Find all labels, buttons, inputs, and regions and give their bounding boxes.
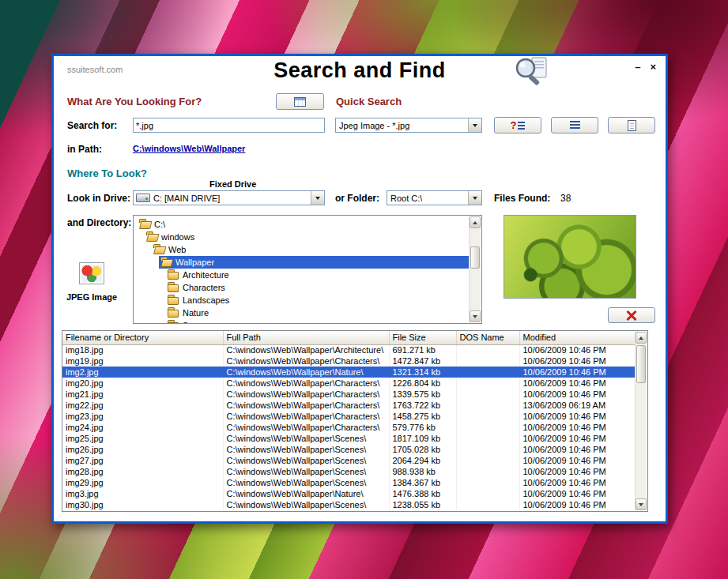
column-header[interactable]: DOS Name: [456, 331, 519, 344]
scroll-up-button[interactable]: [470, 216, 481, 228]
result-cell: 1705.028 kb: [389, 444, 456, 455]
tree-item[interactable]: Samsung: [134, 319, 469, 323]
scroll-down-button[interactable]: [470, 310, 481, 322]
result-cell: [456, 455, 519, 466]
result-cell: 1817.109 kb: [389, 433, 456, 444]
result-cell: 10/06/2009 10:46 PM: [519, 455, 637, 466]
red-x-icon: [625, 310, 638, 321]
tree-item-label: Wallpaper: [175, 258, 214, 267]
column-header[interactable]: File Size: [389, 331, 456, 344]
picture-art-icon: [81, 265, 102, 282]
result-cell: 2064.294 kb: [389, 455, 456, 466]
result-cell: img20.jpg: [62, 378, 223, 389]
result-cell: img22.jpg: [62, 400, 223, 411]
result-cell: 691.271 kb: [389, 344, 456, 355]
result-cell: C:\windows\Web\Wallpaper\Scenes\: [223, 466, 389, 477]
result-row[interactable]: img30.jpgC:\windows\Web\Wallpaper\Scenes…: [62, 499, 637, 510]
in-path-label: in Path:: [67, 144, 102, 155]
tree-item[interactable]: Nature: [134, 306, 469, 319]
open-folder-icon: [160, 259, 172, 267]
result-row[interactable]: img22.jpgC:\windows\Web\Wallpaper\Charac…: [62, 400, 637, 411]
column-header[interactable]: Filename or Directory: [62, 331, 223, 344]
report-icon: [294, 97, 306, 107]
tree-item[interactable]: Characters: [134, 281, 469, 294]
tree-item[interactable]: Web: [134, 243, 469, 256]
folder-select[interactable]: Root C:\: [387, 190, 482, 205]
result-row[interactable]: img18.jpgC:\windows\Web\Wallpaper\Archit…: [62, 344, 637, 355]
scroll-down-button[interactable]: [636, 498, 647, 510]
tree-item[interactable]: Landscapes: [134, 294, 469, 306]
result-row[interactable]: img25.jpgC:\windows\Web\Wallpaper\Scenes…: [62, 433, 637, 444]
dropdown-arrow-icon[interactable]: [311, 191, 324, 205]
result-cell: img26.jpg: [62, 444, 223, 455]
search-for-input[interactable]: [133, 118, 325, 133]
search-and-find-window: ssuitesoft.com Search and Find – × What …: [51, 54, 668, 524]
result-cell: 10/06/2009 10:46 PM: [519, 477, 637, 488]
result-row[interactable]: img2.jpgC:\windows\Web\Wallpaper\Nature\…: [62, 367, 637, 378]
result-row[interactable]: img24.jpgC:\windows\Web\Wallpaper\Charac…: [62, 422, 637, 433]
tree-scrollbar-thumb[interactable]: [470, 246, 480, 269]
document-icon: [628, 120, 636, 131]
tree-scrollbar[interactable]: [469, 216, 481, 322]
and-directory-label: and Directory:: [67, 217, 131, 228]
list-results-button[interactable]: [551, 117, 598, 133]
result-cell: 10/06/2009 10:46 PM: [519, 411, 637, 422]
tree-item[interactable]: Wallpaper: [134, 256, 469, 269]
result-row[interactable]: img26.jpgC:\windows\Web\Wallpaper\Scenes…: [62, 444, 637, 455]
close-button[interactable]: ×: [650, 62, 656, 72]
result-row[interactable]: img19.jpgC:\windows\Web\Wallpaper\Charac…: [62, 355, 637, 367]
quick-search-select[interactable]: Jpeg Image - *.jpg: [335, 118, 482, 133]
tree-item-label: Web: [168, 245, 186, 254]
in-path-link[interactable]: C:\windows\Web\Wallpaper: [133, 144, 245, 153]
start-search-button[interactable]: ?: [494, 117, 541, 133]
open-folder-icon: [153, 246, 164, 254]
result-cell: img19.jpg: [62, 355, 223, 367]
window-controls: – ×: [635, 62, 656, 72]
new-document-button[interactable]: [608, 117, 655, 133]
result-cell: 10/06/2009 10:46 PM: [519, 444, 637, 455]
result-cell: [456, 355, 519, 367]
result-row[interactable]: img3.jpgC:\windows\Web\Wallpaper\Nature\…: [62, 488, 637, 499]
result-row[interactable]: img21.jpgC:\windows\Web\Wallpaper\Charac…: [62, 389, 637, 400]
result-row[interactable]: img28.jpgC:\windows\Web\Wallpaper\Scenes…: [62, 466, 637, 477]
desktop-wallpaper: ssuitesoft.com Search and Find – × What …: [0, 0, 728, 579]
result-row[interactable]: img23.jpgC:\windows\Web\Wallpaper\Charac…: [62, 411, 637, 422]
image-preview: [504, 215, 636, 299]
result-cell: 10/06/2009 10:46 PM: [519, 355, 637, 367]
tree-item-label: C:\: [154, 220, 165, 229]
file-type-label: JPEG Image: [63, 292, 120, 302]
result-cell: C:\windows\Web\Wallpaper\Scenes\: [223, 444, 389, 455]
result-cell: C:\windows\Web\Wallpaper\Characters\: [223, 422, 389, 433]
result-cell: 1238.055 kb: [389, 499, 456, 510]
results-scrollbar-thumb[interactable]: [636, 345, 646, 383]
result-cell: img28.jpg: [62, 466, 223, 477]
result-cell: 1458.275 kb: [389, 411, 456, 422]
result-cell: C:\windows\Web\Wallpaper\Characters\: [223, 378, 389, 389]
minimize-button[interactable]: –: [635, 62, 640, 72]
report-button[interactable]: [276, 93, 324, 110]
result-cell: [456, 344, 519, 355]
look-in-drive-label: Look in Drive:: [67, 193, 130, 204]
column-header[interactable]: Full Path: [223, 331, 389, 344]
tree-item[interactable]: C:\: [134, 218, 469, 231]
result-cell: [456, 444, 519, 455]
column-header[interactable]: Modified: [519, 331, 637, 344]
where-to-look-heading: Where To Look?: [67, 167, 147, 179]
result-row[interactable]: img29.jpgC:\windows\Web\Wallpaper\Scenes…: [62, 477, 637, 488]
scroll-up-button[interactable]: [636, 332, 647, 344]
result-cell: C:\windows\Web\Wallpaper\Characters\: [223, 400, 389, 411]
tree-item[interactable]: windows: [134, 231, 469, 243]
result-cell: C:\windows\Web\Wallpaper\Scenes\: [223, 499, 389, 510]
tree-item[interactable]: Architecture: [134, 269, 469, 281]
result-row[interactable]: img20.jpgC:\windows\Web\Wallpaper\Charac…: [62, 378, 637, 389]
dropdown-arrow-icon[interactable]: [468, 191, 481, 205]
drive-select[interactable]: C: [MAIN DRIVE]: [133, 190, 325, 205]
delete-button[interactable]: [608, 307, 655, 323]
results-scrollbar[interactable]: [635, 332, 647, 510]
result-cell: C:\windows\Web\Wallpaper\Architecture\: [223, 344, 389, 355]
result-row[interactable]: img27.jpgC:\windows\Web\Wallpaper\Scenes…: [62, 455, 637, 466]
list-icon: [570, 121, 580, 130]
tree-item-label: Samsung: [183, 321, 219, 323]
dropdown-arrow-icon[interactable]: [468, 118, 481, 132]
results-table: Filename or DirectoryFull PathFile SizeD…: [62, 331, 638, 510]
